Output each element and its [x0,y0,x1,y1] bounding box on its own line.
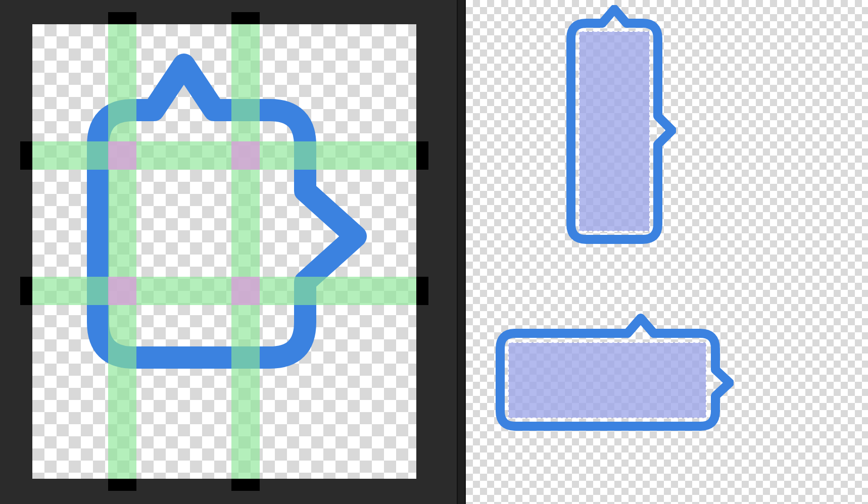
preview-tall-content-rect [579,31,650,231]
panel-divider[interactable] [457,0,466,504]
sprite-bubble-outline [32,24,416,479]
slice-tick-left-2 [20,277,32,305]
slice-tick-right-1 [416,141,428,170]
slice-guide-vertical-2[interactable] [231,24,260,479]
preview-panel [466,0,868,504]
slice-tick-bottom-2 [231,479,260,491]
slice-guide-horizontal-2[interactable] [32,277,416,305]
main-canvas[interactable] [32,24,416,479]
slice-guide-horizontal-1[interactable] [32,141,416,170]
slice-tick-bottom-1 [108,479,136,491]
preview-tall[interactable] [562,5,676,247]
main-editor-panel [0,0,457,504]
nine-slice-editor-workspace [0,0,868,504]
slice-tick-left-1 [20,141,32,170]
slice-tick-top-2 [231,12,260,24]
slice-tick-right-2 [416,277,428,305]
preview-wide[interactable] [491,313,734,434]
slice-guide-vertical-1[interactable] [108,24,136,479]
preview-wide-content-rect [508,342,706,418]
slice-tick-top-1 [108,12,136,24]
